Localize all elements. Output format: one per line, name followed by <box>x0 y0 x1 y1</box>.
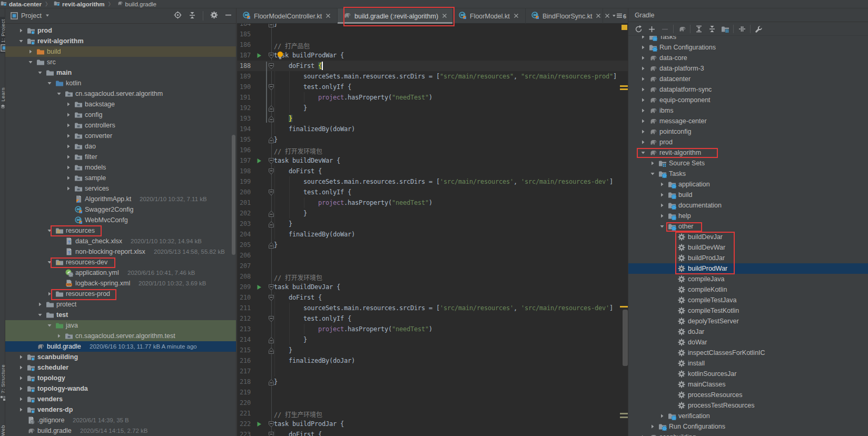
code-line-220[interactable]: 220 <box>237 398 628 408</box>
tree-collapsed-arrow-icon[interactable] <box>640 108 646 113</box>
gradle-tree-row-tasks[interactable]: Tasks <box>628 169 868 179</box>
project-tree-row-main[interactable]: main <box>5 67 236 78</box>
tabbar-close-button[interactable] <box>605 8 610 24</box>
tree-expanded-arrow-icon[interactable] <box>47 323 52 328</box>
code-line-207[interactable]: 207 <box>237 261 628 271</box>
project-tree-row-build-gradle[interactable]: build.gradle2020/6/16 10:13, 11.77 kB A … <box>5 341 236 352</box>
code-line-217[interactable]: 217 <box>237 366 628 376</box>
tree-collapsed-arrow-icon[interactable] <box>640 118 646 124</box>
gradle-tree-row-data-platform-3[interactable]: data-platform-3 <box>628 63 868 74</box>
code-line-202[interactable]: 202 } <box>237 208 628 219</box>
tree-collapsed-arrow-icon[interactable] <box>66 165 71 170</box>
project-tree-row-logback-spring-xml[interactable]: </>logback-spring.xml2020/1/10 10:32, 3.… <box>5 278 236 289</box>
editor-scrollbar-thumb[interactable] <box>623 310 628 366</box>
gradle-tree-row-builddevwar[interactable]: buildDevWar <box>628 242 868 253</box>
gradle-tree-row-documentation[interactable]: documentation <box>628 200 868 211</box>
gradle-tree-row-tasks[interactable]: Tasks <box>628 36 868 42</box>
fold-start-icon[interactable] <box>269 53 274 61</box>
code-line-221[interactable]: 221// 打生产环境包 <box>237 408 628 419</box>
remove-icon-button[interactable] <box>658 23 672 35</box>
tree-collapsed-arrow-icon[interactable] <box>640 76 646 82</box>
project-tree-row-filter[interactable]: filter <box>5 152 236 162</box>
tree-collapsed-arrow-icon[interactable] <box>66 186 71 191</box>
project-tree-row-build-gradle[interactable]: build.gradle2020/5/14 14:15, 2.72 kB <box>5 425 236 436</box>
gradle-tree-row-processtestresources[interactable]: processTestResources <box>628 400 868 411</box>
gradle-tree-row-inspectclassesforkotlinic[interactable]: inspectClassesForKotlinIC <box>628 348 868 358</box>
code-line-197[interactable]: 197task buildDevWar { <box>237 155 628 166</box>
project-tree-row-java[interactable]: java <box>5 320 236 331</box>
run-task-gutter-icon[interactable] <box>257 158 262 165</box>
close-x-icon[interactable] <box>605 13 610 20</box>
fold-end-icon[interactable] <box>269 24 274 29</box>
project-tree-row-dao[interactable]: dao <box>5 141 236 152</box>
intention-bulb-icon[interactable] <box>277 51 283 61</box>
editor-tab-bindfloorsync-kt[interactable]: BindFloorSync.kt <box>526 8 603 24</box>
gradle-tree-row-data-core[interactable]: data-core <box>628 53 868 63</box>
tree-collapsed-arrow-icon[interactable] <box>18 386 24 391</box>
gradle-tree-row-message-center[interactable]: message-center <box>628 116 868 126</box>
tree-collapsed-arrow-icon[interactable] <box>66 175 71 181</box>
gradle-tree-row-dataplatform-sync[interactable]: dataplatform-sync <box>628 84 868 95</box>
project-tree-row-venders-dp[interactable]: venders-dp <box>5 404 236 415</box>
project-tree-row-resources-dev[interactable]: resources-dev <box>5 257 236 267</box>
code-line-188[interactable]: 188 doFirst { <box>237 61 628 71</box>
code-line-189[interactable]: 189 sourceSets.main.resources.srcDirs = … <box>237 71 628 82</box>
code-line-201[interactable]: 201 project.hasProperty("needTest") <box>237 197 628 208</box>
project-tree-row-backstage[interactable]: backstage <box>5 99 236 110</box>
project-tree-row-cn-sagacloud-server-algorithm[interactable]: cn.sagacloud.server.algorithm <box>5 88 236 99</box>
project-tree-row-config[interactable]: config <box>5 110 236 120</box>
tree-collapsed-arrow-icon[interactable] <box>659 213 665 219</box>
error-stripe-mark[interactable] <box>620 85 628 87</box>
gradle-tree-row-run-configurations[interactable]: Run Configurations <box>628 421 868 432</box>
code-line-190[interactable]: 190 test.onlyIf { <box>237 82 628 92</box>
project-tree-row-scanbuilding[interactable]: scanbuilding <box>5 352 236 362</box>
gradle-tree-row-compiletestkotlin[interactable]: compileTestKotlin <box>628 305 868 316</box>
fold-end-icon[interactable] <box>269 116 274 124</box>
tree-collapsed-arrow-icon[interactable] <box>640 66 646 71</box>
error-stripe-mark[interactable] <box>620 306 628 308</box>
gradle-tree-row-run-configurations[interactable]: Run Configurations <box>628 42 868 53</box>
project-tree-row-src[interactable]: src <box>5 57 236 67</box>
project-tree-row-algorithmapp-kt[interactable]: AlgorithmApp.kt2020/1/10 10:32, 7.11 kB <box>5 194 236 204</box>
project-tree-row-controllers[interactable]: controllers <box>5 120 236 131</box>
fold-start-icon[interactable] <box>269 169 274 176</box>
project-tree-row-kotlin[interactable]: kotlin <box>5 78 236 88</box>
fold-end-icon[interactable] <box>269 105 274 113</box>
gradle-tree-row-depolytestserver[interactable]: depolyTestServer <box>628 316 868 326</box>
gradle-tree-row-buildprodjar[interactable]: buildProdJar <box>628 253 868 263</box>
tree-expanded-arrow-icon[interactable] <box>659 224 665 229</box>
tree-collapsed-arrow-icon[interactable] <box>66 154 71 160</box>
tree-collapsed-arrow-icon[interactable] <box>18 28 24 33</box>
collapse-all-icon[interactable] <box>189 12 196 21</box>
tree-collapsed-arrow-icon[interactable] <box>659 192 665 197</box>
tree-collapsed-arrow-icon[interactable] <box>37 302 43 307</box>
code-line-199[interactable]: 199 sourceSets.main.resources.srcDirs = … <box>237 176 628 187</box>
stripe-button--project[interactable]: 1: Project <box>0 17 5 53</box>
tree-collapsed-arrow-icon[interactable] <box>659 182 665 187</box>
tree-collapsed-arrow-icon[interactable] <box>66 102 71 107</box>
fold-start-icon[interactable] <box>269 295 274 303</box>
offline-mode-icon-button[interactable] <box>735 23 748 35</box>
code-line-198[interactable]: 198 doFirst { <box>237 166 628 176</box>
gradle-tree-row-source-sets[interactable]: Source Sets <box>628 158 868 169</box>
gradle-tree-row-build[interactable]: build <box>628 190 868 200</box>
tab-list-dropdown[interactable]: 6 <box>613 8 626 24</box>
tree-expanded-arrow-icon[interactable] <box>650 171 655 176</box>
run-task-gutter-icon[interactable] <box>257 284 262 292</box>
tree-collapsed-arrow-icon[interactable] <box>56 333 62 339</box>
tree-collapsed-arrow-icon[interactable] <box>18 365 24 370</box>
tab-close-icon[interactable] <box>596 13 601 19</box>
tree-collapsed-arrow-icon[interactable] <box>659 203 665 208</box>
run-task-gutter-icon[interactable] <box>257 53 262 60</box>
tree-collapsed-arrow-icon[interactable] <box>18 375 24 381</box>
code-line-195[interactable]: 195} <box>237 134 628 145</box>
tree-expanded-arrow-icon[interactable] <box>37 312 43 318</box>
code-line-205[interactable]: 205} <box>237 240 628 250</box>
tree-expanded-arrow-icon[interactable] <box>18 38 24 44</box>
fold-start-icon[interactable] <box>269 158 274 166</box>
project-tree-row-application-yml[interactable]: application.yml2020/6/16 10:41, 7.46 kB <box>5 267 236 278</box>
tree-collapsed-arrow-icon[interactable] <box>659 413 665 419</box>
stripe-button-learn[interactable]: Learn <box>0 87 5 109</box>
project-tree-row-resources[interactable]: resources <box>5 225 236 236</box>
gradle-tree-row-verification[interactable]: verification <box>628 411 868 421</box>
